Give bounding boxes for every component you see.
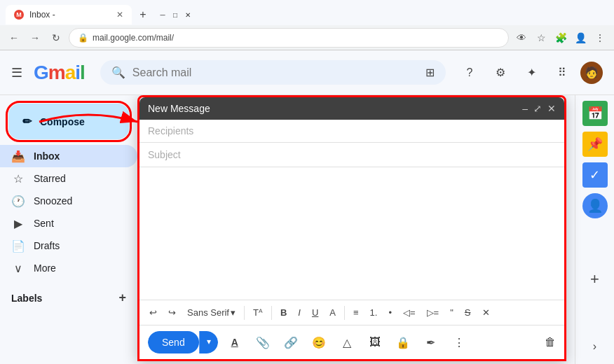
extension-icon[interactable]: 🧩 [552,29,569,46]
menu-icon[interactable]: ⋮ [592,29,608,46]
compose-maximize-btn[interactable]: ⤢ [533,103,542,114]
redo-btn[interactable]: ↪ [164,304,180,321]
tab-title: Inbox - [29,10,55,20]
sidebar-item-starred[interactable]: ☆ Starred [0,167,137,190]
compose-minimize-btn[interactable]: – [522,103,528,114]
search-filter-icon[interactable]: ⊞ [425,66,435,79]
sidebar-item-sent[interactable]: ▶ Sent [0,212,137,234]
compose-close-btn[interactable]: ✕ [547,103,556,114]
drafts-label: Drafts [34,240,60,251]
drive-btn[interactable]: △ [336,331,358,354]
compose-actions: Send ▾ A 📎 🔗 😊 △ 🖼 🔒 ✒ ⋮ 🗑 [139,325,564,359]
indent-less-btn[interactable]: ◁= [399,304,420,321]
minimize-btn[interactable]: ─ [157,9,168,20]
bold-btn[interactable]: B [276,304,291,321]
gmail-header: ☰ Gmail 🔍 ⊞ ? ⚙ ✦ ⠿ 🧑 [0,50,614,95]
send-button[interactable]: Send [148,331,199,354]
new-tab-button[interactable]: + [135,6,151,23]
format-text-btn[interactable]: A [224,331,246,354]
link-btn[interactable]: 🔗 [280,331,302,354]
labels-section: Labels + [0,285,137,311]
hamburger-menu-icon[interactable]: ☰ [11,65,22,80]
keep-icon[interactable]: 📌 [582,132,608,157]
font-size-btn[interactable]: Tᴬ [249,304,267,321]
indent-more-btn[interactable]: ▷= [423,304,444,321]
sidebar-item-more[interactable]: ∨ More [0,257,137,279]
compose-button[interactable]: ✏ Compose [8,104,129,139]
settings-icon[interactable]: ⚙ [488,60,513,85]
inbox-icon: 📥 [11,150,25,163]
more-options-btn[interactable]: ⋮ [448,331,470,354]
gmail-body: ✏ Compose 📥 Inbox ☆ Starred 🕐 Snoozed ▶ … [0,95,614,364]
undo-btn[interactable]: ↩ [145,304,161,321]
sidebar-item-snoozed[interactable]: 🕐 Snoozed [0,190,137,212]
gmail-app: ☰ Gmail 🔍 ⊞ ? ⚙ ✦ ⠿ 🧑 [0,50,614,364]
delete-btn[interactable]: 🗑 [545,336,556,349]
subject-placeholder: Subject [148,149,181,160]
remove-format-btn[interactable]: ✕ [478,304,494,321]
recipients-placeholder: Recipients [148,125,193,136]
browser-tab[interactable]: M Inbox - ✕ [6,5,132,24]
sidebar: ✏ Compose 📥 Inbox ☆ Starred 🕐 Snoozed ▶ … [0,95,137,364]
compose-window-header[interactable]: New Message – ⤢ ✕ [139,97,564,120]
apps-icon[interactable]: ⠿ [550,60,575,85]
contacts-icon[interactable]: 👤 [582,193,608,218]
eye-icon[interactable]: 👁 [513,29,530,46]
bulleted-list-btn[interactable]: • [384,304,396,321]
gemini-icon[interactable]: ✦ [519,60,544,85]
star-icon[interactable]: ☆ [533,29,550,46]
italic-btn[interactable]: I [294,304,305,321]
quote-btn[interactable]: " [446,304,458,321]
gmail-favicon: M [14,10,24,20]
text-color-btn[interactable]: A [325,304,340,321]
toolbar-sep-2 [271,306,272,320]
signature-btn[interactable]: ✒ [420,331,442,354]
emoji-btn[interactable]: 😊 [308,331,330,354]
lock-icon: 🔒 [78,33,88,43]
calendar-icon[interactable]: 📅 [582,101,608,126]
compose-button-wrapper: ✏ Compose [8,104,129,139]
compose-window-title: New Message [148,103,210,114]
address-bar[interactable]: 🔒 mail.google.com/mail/ [69,28,509,48]
sent-icon: ▶ [11,217,25,230]
address-text: mail.google.com/mail/ [93,33,174,43]
reload-button[interactable]: ↻ [48,29,64,46]
right-sidebar-collapse-btn[interactable]: › [593,340,596,358]
right-sidebar: 📅 📌 ✓ 👤 + › [575,95,614,364]
numbered-list-btn[interactable]: 1. [366,304,382,321]
toolbar-sep-3 [344,306,345,320]
compose-body[interactable] [139,167,564,300]
profile-icon[interactable]: 👤 [572,29,589,46]
attach-btn[interactable]: 📎 [252,331,274,354]
sidebar-item-drafts[interactable]: 📄 Drafts [0,234,137,257]
lock-btn[interactable]: 🔒 [392,331,414,354]
avatar[interactable]: 🧑 [580,62,603,84]
add-app-btn[interactable]: + [582,267,608,292]
close-btn[interactable]: ✕ [182,9,193,20]
window-controls: ─ □ ✕ [157,9,193,20]
snoozed-icon: 🕐 [11,195,25,208]
back-button[interactable]: ← [6,29,22,46]
snoozed-label: Snoozed [34,195,72,206]
compose-label: Compose [40,116,85,127]
sidebar-item-inbox[interactable]: 📥 Inbox [0,145,137,167]
add-label-button[interactable]: + [118,290,126,305]
starred-icon: ☆ [11,172,25,186]
subject-row: Subject [139,143,564,167]
formatting-toolbar: ↩ ↪ Sans Serif ▾ Tᴬ B I U A ≡ 1. [139,300,564,325]
align-btn[interactable]: ≡ [349,304,363,321]
tasks-icon[interactable]: ✓ [582,162,608,188]
send-dropdown-btn[interactable]: ▾ [199,331,218,354]
forward-button[interactable]: → [27,29,43,46]
browser-controls-bar: ← → ↻ 🔒 mail.google.com/mail/ 👁 ☆ 🧩 👤 ⋮ [0,25,614,50]
search-bar[interactable]: 🔍 ⊞ [100,60,446,85]
help-icon[interactable]: ? [457,60,482,85]
tab-close-btn[interactable]: ✕ [116,10,123,20]
search-input[interactable] [132,66,418,79]
inbox-label: Inbox [34,150,60,162]
restore-btn[interactable]: □ [170,9,181,20]
photos-btn[interactable]: 🖼 [364,331,386,354]
underline-btn[interactable]: U [308,304,322,321]
strikethrough-btn[interactable]: S [460,304,475,321]
font-select[interactable]: Sans Serif ▾ [183,304,240,321]
